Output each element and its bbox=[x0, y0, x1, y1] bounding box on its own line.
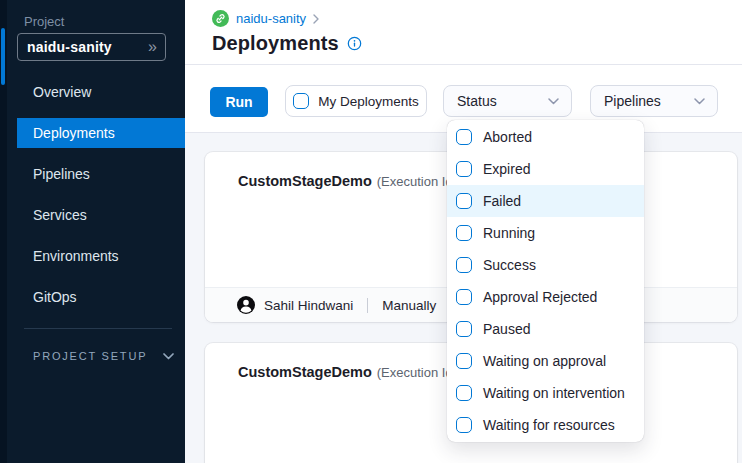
sidebar-item-deployments[interactable]: Deployments bbox=[17, 118, 185, 148]
my-deployments-label: My Deployments bbox=[318, 94, 419, 109]
status-option-checkbox[interactable] bbox=[456, 129, 472, 145]
status-option-label: Running bbox=[483, 225, 535, 241]
double-chevron-right-icon: » bbox=[148, 39, 157, 55]
status-option-label: Approval Rejected bbox=[483, 289, 597, 305]
project-selector[interactable]: naidu-sanity » bbox=[17, 33, 166, 61]
status-option-checkbox[interactable] bbox=[456, 353, 472, 369]
info-icon[interactable] bbox=[347, 36, 362, 51]
my-deployments-checkbox[interactable] bbox=[293, 93, 309, 109]
status-option-label: Waiting on intervention bbox=[483, 385, 625, 401]
project-label: Project bbox=[24, 14, 64, 29]
status-option-label: Aborted bbox=[483, 129, 532, 145]
status-filter-select[interactable]: Status bbox=[443, 85, 572, 117]
active-module-indicator bbox=[1, 28, 5, 85]
run-button[interactable]: Run bbox=[210, 87, 268, 117]
execution-id: (Execution Id bbox=[377, 365, 453, 380]
status-filter-label: Status bbox=[457, 93, 497, 109]
sidebar-item-services[interactable]: Services bbox=[17, 200, 185, 230]
footer-divider bbox=[367, 298, 368, 313]
pipelines-filter-label: Pipelines bbox=[604, 93, 661, 109]
status-option-aborted[interactable]: Aborted bbox=[447, 121, 644, 153]
status-option-label: Expired bbox=[483, 161, 530, 177]
project-selector-value: naidu-sanity bbox=[27, 39, 112, 55]
sidebar-item-project-setup[interactable]: PROJECT SETUP bbox=[33, 350, 174, 362]
status-option-waiting-on-intervention[interactable]: Waiting on intervention bbox=[447, 377, 644, 409]
page-header: naidu-sanity Deployments bbox=[185, 0, 742, 65]
pipelines-filter-select[interactable]: Pipelines bbox=[590, 85, 718, 117]
status-option-approval-rejected[interactable]: Approval Rejected bbox=[447, 281, 644, 313]
pipeline-name: CustomStageDemo bbox=[238, 173, 372, 189]
deployment-title-row: CustomStageDemo(Execution Id bbox=[238, 363, 453, 381]
status-option-paused[interactable]: Paused bbox=[447, 313, 644, 345]
title-row: Deployments bbox=[212, 32, 362, 55]
app-window: Project naidu-sanity » OverviewDeploymen… bbox=[0, 0, 742, 463]
status-option-checkbox[interactable] bbox=[456, 193, 472, 209]
status-option-checkbox[interactable] bbox=[456, 161, 472, 177]
my-deployments-toggle[interactable]: My Deployments bbox=[285, 85, 427, 117]
status-option-label: Failed bbox=[483, 193, 521, 209]
execution-id: (Execution Id bbox=[377, 174, 453, 189]
status-option-checkbox[interactable] bbox=[456, 385, 472, 401]
sidebar: Project naidu-sanity » OverviewDeploymen… bbox=[7, 0, 185, 463]
sidebar-item-environments[interactable]: Environments bbox=[17, 241, 185, 271]
status-option-label: Waiting for resources bbox=[483, 417, 615, 433]
status-filter-menu: AbortedExpiredFailedRunningSuccessApprov… bbox=[447, 120, 644, 442]
chevron-down-icon bbox=[694, 98, 705, 105]
page-title: Deployments bbox=[212, 32, 339, 55]
sidebar-divider bbox=[24, 328, 172, 329]
chevron-down-icon bbox=[548, 98, 559, 105]
chevron-right-icon bbox=[313, 14, 319, 24]
status-option-label: Success bbox=[483, 257, 536, 273]
status-option-running[interactable]: Running bbox=[447, 217, 644, 249]
sidebar-item-gitops[interactable]: GitOps bbox=[17, 282, 185, 312]
deployment-title-row: CustomStageDemo(Execution Id bbox=[238, 172, 453, 190]
status-option-waiting-on-approval[interactable]: Waiting on approval bbox=[447, 345, 644, 377]
project-setup-label: PROJECT SETUP bbox=[33, 350, 147, 362]
status-option-waiting-for-resources[interactable]: Waiting for resources bbox=[447, 409, 644, 441]
status-option-failed[interactable]: Failed bbox=[447, 185, 644, 217]
cd-module-icon bbox=[212, 10, 229, 27]
status-option-label: Waiting on approval bbox=[483, 353, 606, 369]
sidebar-item-pipelines[interactable]: Pipelines bbox=[17, 159, 185, 189]
status-option-success[interactable]: Success bbox=[447, 249, 644, 281]
status-option-expired[interactable]: Expired bbox=[447, 153, 644, 185]
trigger-type: Manually bbox=[382, 298, 436, 313]
status-option-checkbox[interactable] bbox=[456, 257, 472, 273]
chevron-down-icon bbox=[163, 353, 174, 360]
status-option-checkbox[interactable] bbox=[456, 225, 472, 241]
breadcrumb: naidu-sanity bbox=[212, 10, 319, 27]
status-option-checkbox[interactable] bbox=[456, 289, 472, 305]
module-strip bbox=[0, 0, 7, 463]
pipeline-name: CustomStageDemo bbox=[238, 364, 372, 380]
triggered-by: Sahil Hindwani bbox=[264, 298, 353, 313]
status-option-label: Paused bbox=[483, 321, 530, 337]
user-avatar-icon bbox=[237, 296, 255, 314]
status-option-checkbox[interactable] bbox=[456, 321, 472, 337]
breadcrumb-project-link[interactable]: naidu-sanity bbox=[236, 11, 306, 26]
status-option-checkbox[interactable] bbox=[456, 417, 472, 433]
sidebar-item-overview[interactable]: Overview bbox=[17, 77, 185, 107]
